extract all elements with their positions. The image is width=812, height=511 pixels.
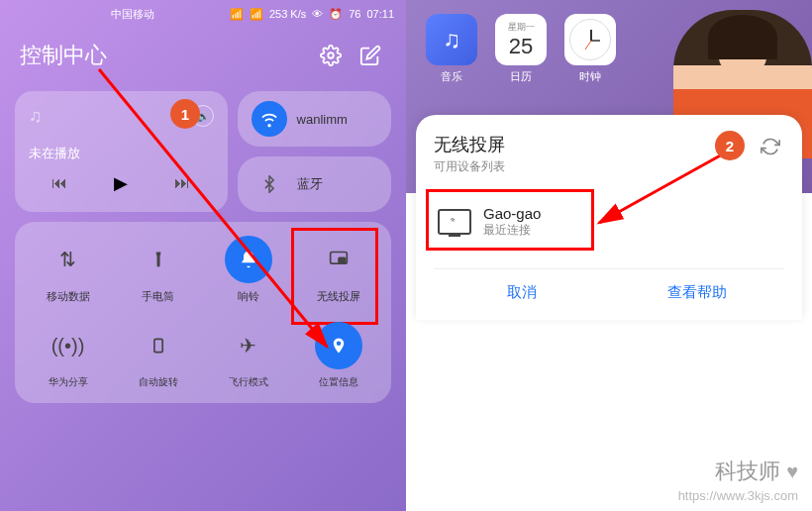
alarm-icon: ⏰ <box>329 8 343 21</box>
wifi-icon <box>252 101 287 137</box>
clock-app-icon <box>564 14 616 65</box>
svg-rect-2 <box>339 257 346 262</box>
status-bar: 中国移动 📶 📶 253 K/s 👁 ⏰ 76 07:11 <box>0 0 406 28</box>
music-app-icon: ♫ <box>426 14 477 65</box>
cast-icon <box>315 236 362 283</box>
next-button[interactable]: ⏭ <box>174 174 190 192</box>
tile-ringer[interactable]: 响铃 <box>205 236 291 304</box>
header: 控制中心 <box>0 28 406 83</box>
app-clock[interactable]: 时钟 <box>564 14 616 84</box>
heart-icon: ♥ <box>786 460 798 483</box>
calendar-app-icon: 星期一 25 <box>495 14 547 65</box>
step-badge-2: 2 <box>715 131 745 160</box>
tile-location[interactable]: 位置信息 <box>295 322 381 389</box>
location-icon <box>315 322 362 369</box>
svg-line-7 <box>585 41 591 50</box>
watermark: 科技师♥ https://www.3kjs.com <box>678 457 798 503</box>
cast-title: 无线投屏 <box>434 133 505 156</box>
wifi-label: wanlimm <box>297 112 348 127</box>
tile-mobile-data[interactable]: ⇅ 移动数据 <box>25 236 111 304</box>
rotate-icon <box>135 322 182 369</box>
bluetooth-label: 蓝牙 <box>297 175 323 193</box>
bell-icon <box>225 236 272 283</box>
help-button[interactable]: 查看帮助 <box>609 283 784 302</box>
page-title: 控制中心 <box>20 41 307 70</box>
device-status: 最近连接 <box>483 222 541 239</box>
carrier: 中国移动 <box>111 7 154 22</box>
step-badge-1: 1 <box>170 99 200 129</box>
battery: 76 <box>349 8 360 20</box>
cast-subtitle: 可用设备列表 <box>434 158 505 175</box>
app-music[interactable]: ♫ 音乐 <box>426 14 477 84</box>
music-icon: ♫ <box>29 106 43 127</box>
tile-airplane[interactable]: ✈ 飞行模式 <box>205 322 291 389</box>
device-name: Gao-gao <box>483 205 541 222</box>
net-speed: 253 K/s <box>269 8 306 20</box>
phone-right: ♫ 音乐 星期一 25 日历 时钟 <box>406 0 812 511</box>
signal-icon: 📶 <box>230 8 244 21</box>
gear-icon <box>320 45 342 66</box>
svg-point-0 <box>328 52 334 58</box>
settings-button[interactable] <box>315 40 347 71</box>
airplane-icon: ✈ <box>225 322 272 369</box>
app-calendar[interactable]: 星期一 25 日历 <box>495 14 547 84</box>
share-icon: ((•)) <box>45 322 92 369</box>
media-status: 未在播放 <box>29 145 214 162</box>
svg-rect-3 <box>153 339 161 352</box>
refresh-icon <box>761 137 780 156</box>
eye-icon: 👁 <box>312 8 323 20</box>
tile-wireless-cast[interactable]: 无线投屏 <box>295 236 381 304</box>
flashlight-icon <box>135 236 182 283</box>
tile-share[interactable]: ((•)) 华为分享 <box>25 322 111 389</box>
home-apps: ♫ 音乐 星期一 25 日历 时钟 <box>426 14 616 84</box>
bluetooth-icon <box>252 166 287 202</box>
edit-button[interactable] <box>355 40 386 71</box>
quick-tiles: ⇅ 移动数据 手电筒 响铃 无线投屏 <box>15 222 391 403</box>
tile-rotate[interactable]: 自动旋转 <box>115 322 201 389</box>
tile-flashlight[interactable]: 手电筒 <box>115 236 201 304</box>
cancel-button[interactable]: 取消 <box>434 283 609 302</box>
bluetooth-toggle[interactable]: 蓝牙 <box>238 156 391 212</box>
tv-icon <box>438 209 471 235</box>
wifi-icon: 📶 <box>250 8 263 21</box>
play-button[interactable]: ▶ <box>114 172 128 194</box>
cast-panel: 无线投屏 可用设备列表 2 Gao-gao 最近连接 取消 <box>416 115 802 320</box>
wifi-toggle[interactable]: wanlimm <box>238 91 391 147</box>
device-row[interactable]: Gao-gao 最近连接 <box>434 195 784 249</box>
phone-left: 中国移动 📶 📶 253 K/s 👁 ⏰ 76 07:11 控制中心 1 ♫ � <box>0 0 406 511</box>
prev-button[interactable]: ⏮ <box>51 174 67 192</box>
mobile-data-icon: ⇅ <box>45 236 92 283</box>
edit-icon <box>359 45 381 66</box>
refresh-button[interactable] <box>757 133 784 160</box>
time: 07:11 <box>366 8 394 20</box>
